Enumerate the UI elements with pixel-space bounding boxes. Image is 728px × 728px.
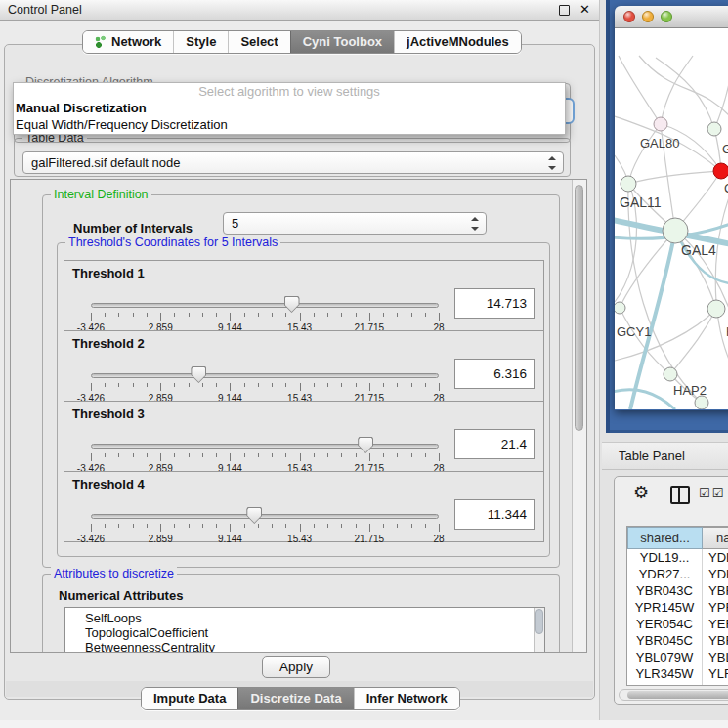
node-label: GA [722,142,728,156]
network-canvas[interactable]: GAL80GACGAL11GAL4GCY1HHAP2 [615,28,728,409]
network-view-window: GAL80GACGAL11GAL4GCY1HHAP2 [615,6,728,410]
slider-thumb[interactable] [358,437,373,453]
network-edge[interactable] [670,309,716,374]
tab-network[interactable]: Network [83,31,173,53]
network-edge[interactable] [628,124,661,184]
tick-mark [272,383,273,387]
tick-mark [258,313,259,317]
zoom-button[interactable] [661,11,672,22]
slider-track[interactable] [91,514,439,519]
threshold-value-field[interactable]: 14.713 [454,288,535,319]
threshold-slider[interactable]: -3.4262.8599.14415.4321.71528 [91,437,439,472]
table-row[interactable]: YDR27...YDR2 [627,566,728,582]
tick-mark [105,313,106,317]
tab-style[interactable]: Style [173,31,228,53]
network-edge[interactable] [615,390,675,409]
network-node[interactable] [713,163,728,179]
network-node[interactable] [621,176,636,192]
network-window-titlebar[interactable] [615,6,728,28]
float-window-icon[interactable] [559,5,570,16]
tick-mark [425,383,426,387]
threshold-slider[interactable]: -3.4262.8599.14415.4321.71528 [91,366,439,402]
settings-vertical-scrollbar[interactable] [572,180,586,652]
tab-cyni-toolbox[interactable]: Cyni Toolbox [290,31,394,53]
table-row[interactable]: YPR145WYPR1 [627,599,728,616]
group-title: Attributes to discretize [51,567,177,580]
tick-mark [341,453,342,457]
tab-discretize-data[interactable]: Discretize Data [237,688,353,709]
tab-impute-data[interactable]: Impute Data [142,688,237,709]
network-node[interactable] [695,396,708,409]
tick-mark [91,383,92,391]
cell-name: YBL0 [703,649,728,665]
network-edge[interactable] [715,185,728,370]
split-columns-icon[interactable] [670,486,690,504]
tab-select[interactable]: Select [228,31,289,53]
threshold-value-field[interactable]: 6.316 [454,359,535,389]
network-node[interactable] [615,302,625,314]
minimize-button[interactable] [642,11,654,22]
table-row[interactable]: YIL052CYIL0 [627,682,728,686]
threshold-slider[interactable]: -3.4262.8599.14415.4321.71528 [91,507,439,542]
network-edge[interactable] [714,67,728,129]
apply-button[interactable]: Apply [262,656,330,678]
numerical-attributes-label: Numerical Attributes [59,588,183,603]
list-item[interactable]: TopologicalCoefficient [65,625,544,640]
network-node[interactable] [663,218,688,243]
close-icon[interactable]: ✕ [579,2,590,18]
tick-mark [397,383,398,387]
slider-thumb[interactable] [246,507,262,524]
tick-mark [216,524,217,528]
network-node[interactable] [707,300,725,318]
column-header-name[interactable]: na [703,527,728,549]
tick-mark [383,524,384,528]
tab-label: Style [186,34,216,49]
network-edge[interactable] [628,171,721,184]
dropdown-option-equal-width-frequency[interactable]: Equal Width/Frequency Discretization [14,116,565,133]
table-row[interactable]: YBR043CYBR0 [627,582,728,599]
tick-label: -3.426 [77,534,105,544]
table-row[interactable]: YDL19...YDL1 [627,549,728,566]
tick-mark [300,313,301,321]
column-header-shared-name[interactable]: shared... [627,527,703,549]
slider-thumb[interactable] [191,366,206,383]
tab-label: Network [111,34,161,49]
table-data-combobox[interactable]: galFiltered.sif default node [22,151,564,174]
table-row[interactable]: YBR045CYBR0 [627,632,728,649]
network-node[interactable] [654,117,667,131]
table-data-value: galFiltered.sif default node [31,155,180,170]
number-of-intervals-combobox[interactable]: 5 [223,212,487,235]
tab-infer-network[interactable]: Infer Network [354,688,459,709]
tick-mark [230,524,231,532]
threshold-value-field[interactable]: 11.344 [454,499,535,530]
numerical-attributes-list[interactable]: SelfLoopsTopologicalCoefficientBetweenne… [64,607,545,653]
table-row[interactable]: YER054CYER0 [627,616,728,632]
table-row[interactable]: YLR345WYLR3 [627,665,728,682]
slider-track[interactable] [91,444,439,449]
list-item[interactable]: BetweennessCentrality [65,640,544,653]
network-graph[interactable]: GAL80GACGAL11GAL4GCY1HHAP2 [615,28,728,409]
dropdown-option-manual-discretization[interactable]: Manual Discretization [14,100,565,116]
threshold-slider[interactable]: -3.4262.8599.14415.4321.71528 [91,296,439,331]
slider-thumb[interactable] [284,296,300,313]
tick-mark [216,313,217,317]
list-scrollbar[interactable] [534,608,544,653]
threshold-label: Threshold 3 [72,407,145,421]
network-edge[interactable] [619,56,661,124]
threshold-value-field[interactable]: 21.4 [454,429,535,459]
cell-name: YLR3 [703,665,728,682]
table-row[interactable]: YBL079WYBL0 [627,649,728,665]
network-node[interactable] [707,122,721,136]
checkbox-icons[interactable]: ☑☑ [699,486,725,500]
tick-mark [105,453,106,457]
tab-jactivemnodules[interactable]: jActiveMNodules [394,31,521,53]
close-button[interactable] [623,11,635,22]
table-horizontal-scrollbar[interactable] [619,689,728,701]
list-item[interactable]: SelfLoops [65,611,544,625]
network-edge[interactable] [620,308,670,374]
network-node[interactable] [664,367,677,381]
slider-track[interactable] [91,373,439,378]
node-label: GCY1 [617,324,651,339]
slider-track[interactable] [91,303,439,308]
gear-icon[interactable]: ⚙ [633,482,649,503]
